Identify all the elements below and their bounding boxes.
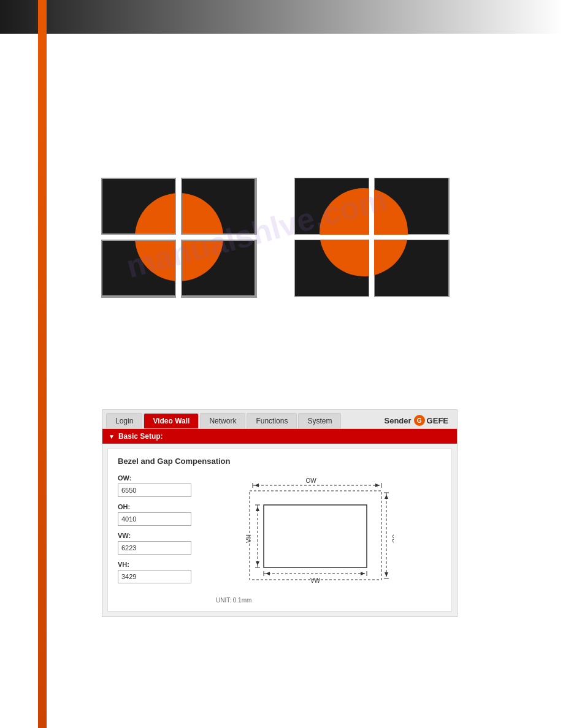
brand-name: GEFE xyxy=(427,416,448,425)
svg-marker-35 xyxy=(385,572,388,577)
diagram-area: OW OD xyxy=(216,474,442,604)
diagrams-section xyxy=(101,178,543,300)
svg-rect-37 xyxy=(250,491,381,580)
tab-video-wall[interactable]: Video Wall xyxy=(144,413,199,428)
video-wall-right-svg xyxy=(294,178,451,300)
label-vh: VH: xyxy=(118,561,204,568)
svg-marker-43 xyxy=(361,572,365,575)
left-accent-bar xyxy=(38,0,47,728)
input-oh[interactable] xyxy=(118,512,191,526)
input-ow[interactable] xyxy=(118,483,191,497)
svg-text:OD: OD xyxy=(391,534,394,544)
form-body: OW: OH: VW: VH: xyxy=(118,474,442,604)
form-fields: OW: OH: VW: VH: xyxy=(118,474,204,604)
svg-rect-24 xyxy=(294,235,451,240)
field-group-vw: VW: xyxy=(118,532,204,555)
svg-marker-29 xyxy=(375,483,380,487)
svg-text:VW: VW xyxy=(310,577,321,584)
label-oh: OH: xyxy=(118,503,204,510)
input-vh[interactable] xyxy=(118,570,191,583)
top-gradient-bar xyxy=(0,0,563,34)
tab-login[interactable]: Login xyxy=(106,413,142,428)
svg-text:VH: VH xyxy=(245,534,252,543)
tab-functions[interactable]: Functions xyxy=(247,413,297,428)
svg-marker-42 xyxy=(266,572,270,575)
tab-system[interactable]: System xyxy=(298,413,341,428)
unit-label: UNIT: 0.1mm xyxy=(216,597,442,604)
field-group-oh: OH: xyxy=(118,503,204,526)
svg-marker-28 xyxy=(255,483,259,487)
field-group-ow: OW: xyxy=(118,474,204,497)
diagram-left xyxy=(101,178,258,300)
brand-icon: G xyxy=(414,415,425,426)
svg-marker-34 xyxy=(385,495,388,499)
form-content: Bezel and Gap Compensation OW: OH: VW: V… xyxy=(107,449,452,612)
tab-bar: Login Video Wall Network Functions Syste… xyxy=(102,410,457,429)
input-vw[interactable] xyxy=(118,541,191,555)
section-arrow-icon: ▼ xyxy=(109,433,115,440)
label-vw: VW: xyxy=(118,532,204,539)
ui-panel: Login Video Wall Network Functions Syste… xyxy=(102,409,458,617)
form-title: Bezel and Gap Compensation xyxy=(118,457,442,466)
diagram-right xyxy=(294,178,451,300)
field-group-vh: VH: xyxy=(118,561,204,583)
brand-label: Sender xyxy=(385,416,412,425)
bezel-diagram-svg: OW OD xyxy=(216,474,394,591)
brand-logo: G GEFE xyxy=(414,415,448,426)
svg-rect-10 xyxy=(101,235,258,240)
video-wall-left-svg xyxy=(101,178,258,300)
svg-text:OW: OW xyxy=(305,477,316,484)
svg-rect-38 xyxy=(264,505,367,567)
brand-area: Sender G GEFE xyxy=(380,412,453,428)
section-title: Basic Setup: xyxy=(118,432,163,441)
tab-network[interactable]: Network xyxy=(200,413,245,428)
svg-marker-48 xyxy=(256,507,259,511)
section-header: ▼ Basic Setup: xyxy=(102,429,457,444)
label-ow: OW: xyxy=(118,474,204,482)
svg-marker-49 xyxy=(256,561,259,566)
